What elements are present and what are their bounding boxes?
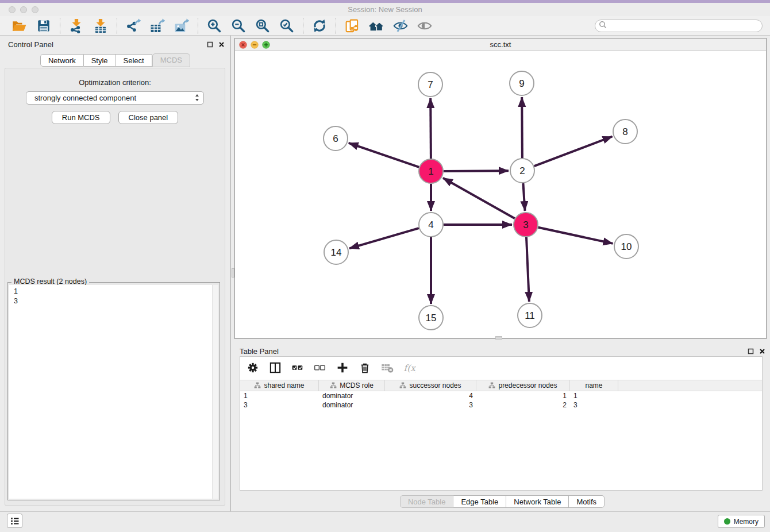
- export-image-button[interactable]: [173, 17, 190, 34]
- toolbar-group: [303, 17, 336, 34]
- zoom-fit-button[interactable]: [254, 17, 271, 34]
- graph-node-10[interactable]: 10: [614, 234, 638, 259]
- float-panel-icon[interactable]: [207, 41, 213, 49]
- table-cell[interactable]: 1: [240, 391, 319, 400]
- delete-table-button: [380, 361, 394, 375]
- column-header-predecessor-nodes[interactable]: predecessor nodes: [476, 380, 570, 391]
- first-neighbors-button[interactable]: [368, 17, 385, 34]
- optimization-criterion-label: Optimization criterion:: [5, 78, 225, 87]
- task-history-button[interactable]: [7, 514, 22, 528]
- settings-button[interactable]: [246, 361, 260, 375]
- memory-button[interactable]: Memory: [718, 515, 765, 528]
- export-table-button[interactable]: [149, 17, 166, 34]
- run-mcds-button[interactable]: Run MCDS: [52, 111, 110, 124]
- edge-3-11[interactable]: [526, 237, 529, 302]
- table-cell[interactable]: 3: [570, 400, 618, 410]
- search-input[interactable]: [609, 21, 762, 31]
- import-table-icon: [93, 18, 108, 33]
- graph-node-11[interactable]: 11: [518, 303, 542, 327]
- criterion-select[interactable]: strongly connected component: [26, 91, 204, 105]
- table-cell[interactable]: 4: [385, 391, 476, 400]
- tab-style[interactable]: Style: [84, 54, 116, 67]
- graph-node-1[interactable]: 1: [419, 159, 443, 183]
- delete-row-icon: [359, 361, 371, 376]
- graph-node-4[interactable]: 4: [419, 213, 443, 237]
- table-row[interactable]: 1dominator411: [240, 391, 762, 400]
- delete-row-button[interactable]: [358, 361, 372, 375]
- toolbar-group: [60, 17, 117, 34]
- search-box[interactable]: [595, 20, 763, 32]
- result-scrollbar[interactable]: [212, 285, 218, 499]
- mcds-result-group: MCDS result (2 nodes) 13: [7, 282, 220, 500]
- mcds-result-textarea[interactable]: 13: [9, 285, 218, 499]
- table-cell[interactable]: 1: [476, 391, 570, 400]
- save-session-button[interactable]: [35, 17, 52, 34]
- close-table-panel-icon[interactable]: [759, 348, 765, 356]
- deselect-all-columns-button[interactable]: [313, 361, 327, 375]
- show-all-button[interactable]: [416, 17, 433, 34]
- graph-node-15[interactable]: 15: [419, 306, 443, 330]
- table-cell[interactable]: dominator: [319, 391, 385, 400]
- duplicate-network-button[interactable]: [344, 17, 361, 34]
- tab-network[interactable]: Network: [40, 54, 84, 67]
- column-header-successor-nodes[interactable]: successor nodes: [385, 380, 476, 391]
- tab-motifs[interactable]: Motifs: [569, 495, 605, 508]
- column-view-button[interactable]: [268, 361, 282, 375]
- edge-4-14[interactable]: [349, 228, 419, 248]
- table-cell[interactable]: dominator: [319, 400, 385, 410]
- table-row[interactable]: 3dominator323: [240, 400, 762, 410]
- add-row-button[interactable]: [336, 361, 349, 375]
- column-header-name[interactable]: name: [570, 380, 618, 391]
- network-canvas[interactable]: 7968124314101511: [235, 51, 766, 338]
- edge-1-7[interactable]: [430, 98, 431, 159]
- table-cell[interactable]: 3: [385, 400, 476, 410]
- float-table-panel-icon[interactable]: [748, 348, 754, 356]
- column-header-MCDS-role[interactable]: MCDS role: [319, 380, 385, 391]
- import-network-button[interactable]: [68, 17, 85, 34]
- control-panel-tabs: Network Style Select MCDS: [0, 54, 230, 68]
- tab-select[interactable]: Select: [116, 54, 152, 67]
- settings-icon: [247, 361, 259, 376]
- edge-3-1[interactable]: [443, 178, 515, 218]
- graph-node-6[interactable]: 6: [324, 126, 348, 151]
- table-body: 1dominator4113dominator323: [240, 391, 762, 410]
- tab-edge-table[interactable]: Edge Table: [453, 495, 506, 508]
- tree-icon: [399, 382, 406, 389]
- graph-node-7[interactable]: 7: [418, 72, 442, 97]
- import-table-button[interactable]: [92, 17, 109, 34]
- open-file-button[interactable]: [11, 17, 28, 34]
- graph-node-2[interactable]: 2: [510, 159, 534, 183]
- graph-node-8[interactable]: 8: [613, 119, 637, 144]
- zoom-selected-button[interactable]: [278, 17, 295, 34]
- mcds-result-line: 1: [9, 285, 218, 296]
- export-network-button[interactable]: [125, 17, 142, 34]
- criterion-select-value: strongly connected component: [34, 94, 136, 102]
- edge-2-9[interactable]: [522, 97, 522, 158]
- refresh-layout-button[interactable]: [311, 17, 328, 34]
- zoom-in-button[interactable]: [206, 17, 223, 34]
- horizontal-splitter-handle[interactable]: [495, 336, 502, 340]
- close-panel-button[interactable]: Close panel: [118, 111, 179, 124]
- tab-node-table[interactable]: Node Table: [400, 495, 454, 508]
- table-cell[interactable]: 2: [476, 400, 570, 410]
- edge-3-10[interactable]: [538, 228, 613, 244]
- table-cell[interactable]: 1: [570, 391, 618, 400]
- select-all-columns-button[interactable]: [291, 361, 305, 375]
- hide-selected-button[interactable]: [392, 17, 409, 34]
- edge-2-3[interactable]: [523, 183, 525, 211]
- node-label: 14: [331, 247, 342, 258]
- tab-network-table[interactable]: Network Table: [506, 495, 569, 508]
- graph-node-14[interactable]: 14: [324, 240, 348, 264]
- add-row-icon: [336, 361, 349, 376]
- node-label: 1: [428, 166, 433, 177]
- zoom-out-button[interactable]: [230, 17, 247, 34]
- table-cell[interactable]: 3: [240, 400, 319, 410]
- graph-node-3[interactable]: 3: [514, 213, 538, 237]
- column-header-shared-name[interactable]: shared name: [240, 380, 319, 391]
- tab-mcds[interactable]: MCDS: [152, 53, 190, 67]
- graph-node-9[interactable]: 9: [510, 71, 534, 95]
- edge-1-6[interactable]: [349, 143, 419, 167]
- close-panel-icon[interactable]: [218, 41, 225, 49]
- edge-1-2[interactable]: [444, 171, 509, 171]
- edge-2-8[interactable]: [534, 137, 613, 167]
